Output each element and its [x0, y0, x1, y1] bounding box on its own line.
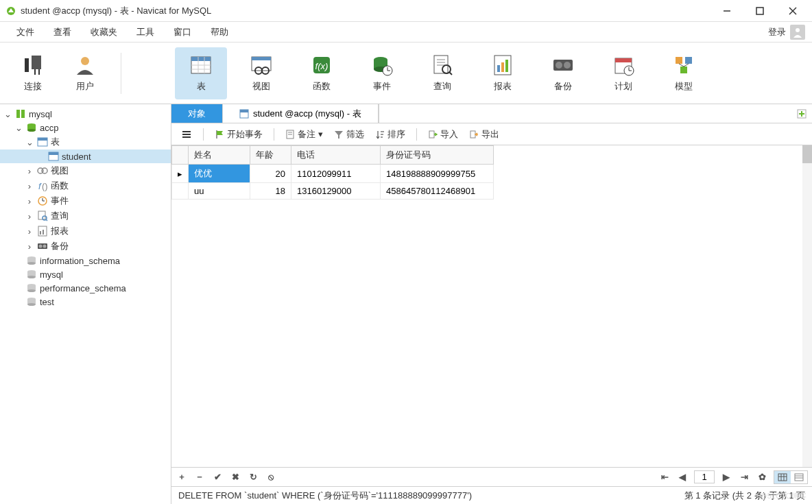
last-page-button[interactable]: ⇥	[738, 471, 750, 483]
menu-file[interactable]: 文件	[7, 23, 44, 41]
column-header-phone[interactable]: 电话	[291, 146, 381, 165]
chevron-down-icon[interactable]: ⌄	[14, 123, 23, 132]
cell-age[interactable]: 20	[250, 165, 291, 183]
chevron-down-icon[interactable]: ⌄	[25, 137, 34, 147]
svg-rect-58	[38, 138, 47, 141]
menu-tools[interactable]: 工具	[127, 23, 164, 41]
refresh-button[interactable]: ↻	[247, 471, 259, 483]
tree-item-functions[interactable]: › f() 函数	[0, 178, 171, 193]
cancel-button[interactable]: ✖	[229, 471, 241, 483]
toolbar-plan-button[interactable]: 计划	[597, 47, 649, 99]
tree-item-accp[interactable]: ⌄ accp	[0, 121, 171, 134]
vertical-scrollbar[interactable]	[802, 145, 812, 467]
menu-view[interactable]: 查看	[44, 23, 81, 41]
toolbar-function-button[interactable]: f(x) 函数	[296, 47, 348, 99]
tree-item-reports[interactable]: › 报表	[0, 224, 171, 239]
login-link[interactable]: 登录	[768, 26, 786, 38]
tree-item-performance-schema[interactable]: performance_schema	[0, 281, 171, 295]
cell-age[interactable]: 18	[250, 183, 291, 200]
tree-item-test[interactable]: test	[0, 295, 171, 309]
cell-phone[interactable]: 13160129000	[291, 183, 381, 200]
table-row[interactable]: ▸ 优优 20 11012099911 148198888909999755	[172, 165, 494, 183]
import-button[interactable]: 导入	[424, 127, 462, 142]
tree-item-mysql-db[interactable]: mysql	[0, 267, 171, 281]
tree-item-tables[interactable]: ⌄ 表	[0, 134, 171, 149]
toolbar-report-button[interactable]: 报表	[477, 47, 529, 99]
first-page-button[interactable]: ⇤	[658, 471, 671, 483]
delete-record-button[interactable]: −	[193, 471, 206, 483]
stop-button[interactable]: ⦸	[265, 471, 277, 483]
toolbar-view-button[interactable]: 视图	[235, 47, 287, 99]
prev-page-button[interactable]: ◀	[676, 471, 689, 483]
toolbar-query-button[interactable]: 查询	[416, 47, 468, 99]
maximize-button[interactable]	[753, 4, 767, 18]
tab-object[interactable]: 对象	[171, 104, 223, 123]
tree-item-views[interactable]: › 视图	[0, 163, 171, 178]
cell-idno[interactable]: 458645780112468901	[381, 183, 494, 200]
tree-item-queries[interactable]: › 查询	[0, 208, 171, 224]
svg-rect-43	[615, 58, 632, 62]
tab-student[interactable]: student @accp (mysql) - 表	[223, 104, 379, 123]
svg-text:f(x): f(x)	[315, 61, 329, 71]
page-input[interactable]	[694, 470, 715, 483]
menu-favorites[interactable]: 收藏夹	[81, 23, 127, 41]
cell-idno[interactable]: 148198888909999755	[381, 165, 494, 183]
toolbar-connect-button[interactable]: 连接	[7, 47, 59, 99]
toolbar-model-button[interactable]: 模型	[658, 47, 710, 99]
chevron-down-icon[interactable]: ⌄	[3, 109, 12, 119]
chevron-right-icon[interactable]: ›	[25, 211, 34, 221]
cell-name[interactable]: uu	[189, 183, 250, 200]
tree-item-events[interactable]: › 事件	[0, 193, 171, 208]
svg-rect-9	[38, 69, 40, 75]
separator	[203, 128, 204, 141]
begin-txn-label: 开始事务	[227, 128, 263, 141]
cell-phone[interactable]: 11012099911	[291, 165, 381, 183]
cell-name[interactable]: 优优	[189, 165, 250, 183]
grid-view-button[interactable]	[774, 471, 791, 483]
import-icon	[428, 130, 438, 139]
settings-button[interactable]: ✿	[756, 471, 768, 483]
next-page-button[interactable]: ▶	[720, 471, 732, 483]
plug-icon	[22, 54, 44, 76]
scrollbar-thumb[interactable]	[802, 145, 812, 163]
tree-item-student[interactable]: student	[0, 149, 171, 163]
toolbar-event-button[interactable]: 事件	[356, 47, 408, 99]
add-record-button[interactable]: +	[176, 471, 188, 483]
chevron-right-icon[interactable]: ›	[25, 226, 34, 236]
toolbar-table-button[interactable]: 表	[175, 47, 227, 99]
chevron-right-icon[interactable]: ›	[25, 241, 34, 251]
filter-button[interactable]: 筛选	[330, 127, 368, 142]
close-button[interactable]	[786, 4, 800, 18]
column-header-name[interactable]: 姓名	[189, 146, 250, 165]
tree-item-information-schema[interactable]: information_schema	[0, 254, 171, 267]
tab-bar: 对象 student @accp (mysql) - 表	[171, 104, 812, 123]
query-icon	[431, 54, 453, 76]
add-tab-button[interactable]	[791, 104, 812, 123]
menu-help[interactable]: 帮助	[201, 23, 238, 41]
menu-window[interactable]: 窗口	[164, 23, 201, 41]
begin-transaction-button[interactable]: 开始事务	[211, 127, 267, 142]
event-folder-icon	[37, 195, 48, 206]
tree-label: 视图	[51, 165, 69, 177]
commit-button[interactable]: ✔	[211, 471, 224, 483]
menu-button[interactable]	[177, 128, 196, 141]
toolbar-query-label: 查询	[433, 80, 451, 93]
table-row[interactable]: uu 18 13160129000 458645780112468901	[172, 183, 494, 200]
user-avatar-icon[interactable]	[790, 25, 805, 40]
tab-search-field[interactable]	[379, 104, 791, 123]
chevron-right-icon[interactable]: ›	[25, 166, 34, 176]
export-button[interactable]: 导出	[465, 127, 503, 142]
svg-rect-48	[685, 57, 692, 64]
memo-button[interactable]: 备注 ▾	[281, 127, 327, 142]
toolbar-user-button[interactable]: 用户	[59, 47, 111, 99]
minimize-button[interactable]	[720, 4, 734, 18]
chevron-right-icon[interactable]: ›	[25, 196, 34, 206]
tree-item-mysql[interactable]: ⌄ mysql	[0, 107, 171, 121]
column-header-age[interactable]: 年龄	[250, 146, 291, 165]
sort-button[interactable]: 排序	[371, 127, 409, 142]
chevron-right-icon[interactable]: ›	[25, 181, 34, 191]
form-view-button[interactable]	[791, 471, 807, 483]
tree-item-backups[interactable]: › 备份	[0, 239, 171, 254]
column-header-idno[interactable]: 身份证号码	[381, 146, 494, 165]
toolbar-backup-button[interactable]: 备份	[537, 47, 589, 99]
